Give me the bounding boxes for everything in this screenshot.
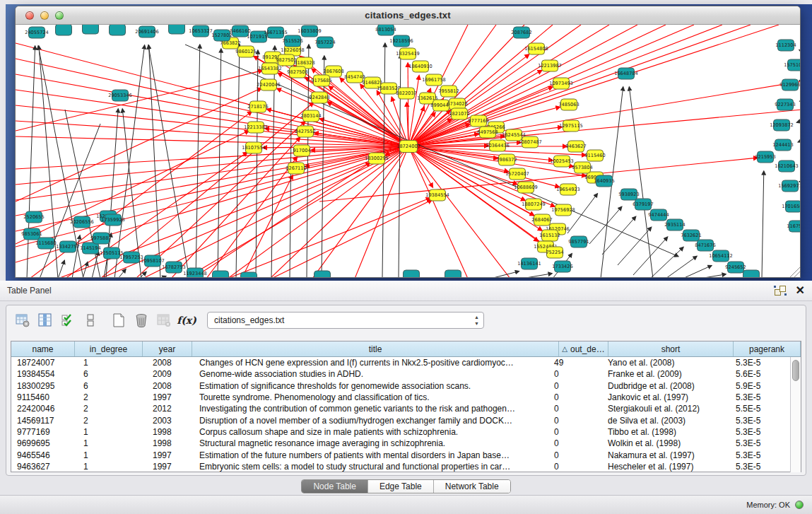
- cell-in_degree[interactable]: 1: [75, 462, 143, 472]
- graph-node[interactable]: 18640910: [408, 61, 433, 72]
- graph-node[interactable]: [56, 25, 72, 35]
- graph-node[interactable]: 752254: [546, 247, 563, 258]
- graph-node[interactable]: 8813054: [375, 25, 396, 35]
- float-panel-icon[interactable]: [775, 286, 786, 296]
- function-builder-icon[interactable]: f(x): [177, 311, 196, 329]
- cell-name[interactable]: 9463627: [11, 462, 75, 472]
- graph-node[interactable]: 8427552: [295, 126, 315, 137]
- column-header-name[interactable]: name: [11, 341, 75, 356]
- graph-node[interactable]: 9573804: [572, 162, 592, 173]
- graph-node[interactable]: 6379197: [632, 199, 653, 210]
- graph-node[interactable]: 9860125: [235, 46, 256, 57]
- table-row[interactable]: 946362711997Embryonic stem cells: a mode…: [11, 461, 790, 472]
- graph-node[interactable]: 9115460: [584, 150, 605, 161]
- graph-node[interactable]: 7857224: [314, 37, 335, 48]
- table-selector-dropdown[interactable]: citations_edges.txt ▲▼: [207, 312, 484, 329]
- graph-node[interactable]: 17016504: [782, 201, 801, 212]
- cell-out_de[interactable]: 0: [548, 392, 598, 402]
- graph-node[interactable]: 24055724: [25, 27, 49, 38]
- graph-node[interactable]: 12093872: [770, 119, 794, 131]
- graph-node[interactable]: 12213987: [538, 60, 562, 71]
- cell-title[interactable]: Corpus callosum shape and size in male p…: [192, 427, 548, 437]
- tab-edge-table[interactable]: Edge Table: [368, 480, 434, 493]
- graph-node[interactable]: 1615132: [539, 230, 560, 241]
- graph-node[interactable]: [404, 270, 420, 278]
- table-row[interactable]: 977716911998Corpus callosum shape and si…: [11, 426, 790, 438]
- cell-short[interactable]: Dudbridge et al. (2008): [598, 381, 723, 391]
- graph-node[interactable]: 7485063: [558, 99, 579, 110]
- cell-pagerank[interactable]: 5.3E-5: [723, 427, 790, 437]
- graph-node[interactable]: 16782753: [162, 262, 186, 273]
- cell-in_degree[interactable]: 6: [75, 381, 143, 391]
- cell-in_degree[interactable]: 2: [75, 416, 143, 426]
- cell-in_degree[interactable]: 1: [75, 438, 143, 448]
- graph-node[interactable]: 7632621: [681, 230, 701, 241]
- table-row[interactable]: 911546021997Tourette syndrome. Phenomeno…: [11, 392, 790, 403]
- cell-name[interactable]: 9115460: [11, 392, 75, 402]
- graph-node[interactable]: 10025453: [550, 156, 574, 167]
- dropdown-spinner-icon[interactable]: ▲▼: [474, 314, 479, 327]
- cell-short[interactable]: Wolkin et al. (1998): [598, 438, 723, 448]
- cell-year[interactable]: 1997: [143, 450, 192, 460]
- cell-title[interactable]: Genome-wide association studies in ADHD.: [192, 369, 548, 379]
- graph-node[interactable]: 7986372: [496, 154, 517, 165]
- cell-name[interactable]: 19384554: [11, 369, 75, 379]
- graph-node[interactable]: [110, 25, 126, 35]
- cell-title[interactable]: Disruption of a novel member of a sodium…: [192, 416, 548, 426]
- cell-in_degree[interactable]: 2: [75, 404, 143, 414]
- graph-node[interactable]: [169, 25, 185, 34]
- cell-title[interactable]: Estimation of the future numbers of pati…: [192, 450, 548, 460]
- cell-short[interactable]: Stergiakouli et al. (2012): [598, 404, 723, 414]
- cell-out_de[interactable]: 49: [548, 358, 598, 368]
- cell-pagerank[interactable]: 5.6E-5: [723, 369, 790, 379]
- graph-node[interactable]: 2718176: [247, 101, 268, 112]
- graph-node[interactable]: 6497568: [477, 127, 498, 138]
- cell-title[interactable]: Structural magnetic resonance image aver…: [192, 438, 548, 448]
- cell-short[interactable]: Hescheler et al. (1997): [598, 462, 723, 472]
- resize-grip-icon[interactable]: [790, 267, 800, 277]
- graph-node[interactable]: [213, 271, 229, 278]
- graph-node[interactable]: 1167534: [787, 221, 801, 232]
- graph-node[interactable]: 15692971: [778, 180, 801, 192]
- column-header-in_degree[interactable]: in_degree: [75, 341, 143, 356]
- cell-pagerank[interactable]: 5.3E-5: [723, 392, 790, 402]
- cell-pagerank[interactable]: 5.3E-5: [723, 416, 790, 426]
- graph-node[interactable]: 2087682: [511, 27, 531, 38]
- column-header-out_de[interactable]: △out_de…: [559, 341, 608, 356]
- table-row[interactable]: 2242004622012Investigating the contribut…: [11, 403, 790, 414]
- cell-out_de[interactable]: 0: [548, 427, 598, 437]
- graph-node[interactable]: 16961758: [422, 74, 446, 86]
- cell-title[interactable]: Investigating the contribution of common…: [192, 404, 548, 414]
- cell-name[interactable]: 18300295: [11, 381, 75, 391]
- cell-year[interactable]: 2003: [143, 416, 192, 426]
- column-header-short[interactable]: short: [608, 341, 734, 356]
- graph-node[interactable]: 20691406: [135, 26, 159, 37]
- graph-node[interactable]: 9175685: [311, 75, 331, 86]
- close-window-icon[interactable]: [25, 11, 34, 20]
- cell-pagerank[interactable]: 5.3E-5: [723, 462, 790, 472]
- show-column-icon[interactable]: [36, 311, 54, 329]
- graph-node[interactable]: 2803144: [300, 110, 321, 122]
- network-view-window[interactable]: citations_edges.txt 18724007183002951938…: [15, 6, 801, 278]
- column-header-title[interactable]: title: [192, 341, 559, 356]
- graph-node[interactable]: 7955812: [438, 86, 459, 97]
- table-row[interactable]: 946554611997Estimation of the future num…: [11, 449, 790, 460]
- graph-node[interactable]: 12975115: [559, 120, 583, 132]
- table-row[interactable]: 969969511998Structural magnetic resonanc…: [11, 438, 790, 449]
- graph-node[interactable]: 20206556: [70, 216, 94, 228]
- graph-node[interactable]: 5938923: [618, 189, 639, 200]
- cell-year[interactable]: 2008: [143, 358, 192, 368]
- graph-node[interactable]: 8471676: [695, 240, 715, 251]
- graph-node[interactable]: 10958107: [141, 255, 165, 267]
- cell-short[interactable]: Nakamura et al. (1997): [598, 450, 723, 460]
- column-header-year[interactable]: year: [143, 341, 192, 356]
- cell-year[interactable]: 1997: [143, 462, 192, 472]
- cell-short[interactable]: Franke et al. (2009): [598, 369, 723, 379]
- zoom-window-icon[interactable]: [55, 11, 64, 20]
- cell-year[interactable]: 1997: [143, 392, 192, 402]
- close-panel-icon[interactable]: ✕: [796, 286, 805, 296]
- cell-out_de[interactable]: 0: [548, 369, 598, 379]
- graph-node[interactable]: 2684067: [531, 214, 552, 226]
- cell-out_de[interactable]: 0: [548, 450, 598, 460]
- graph-node[interactable]: 1527802: [211, 30, 232, 41]
